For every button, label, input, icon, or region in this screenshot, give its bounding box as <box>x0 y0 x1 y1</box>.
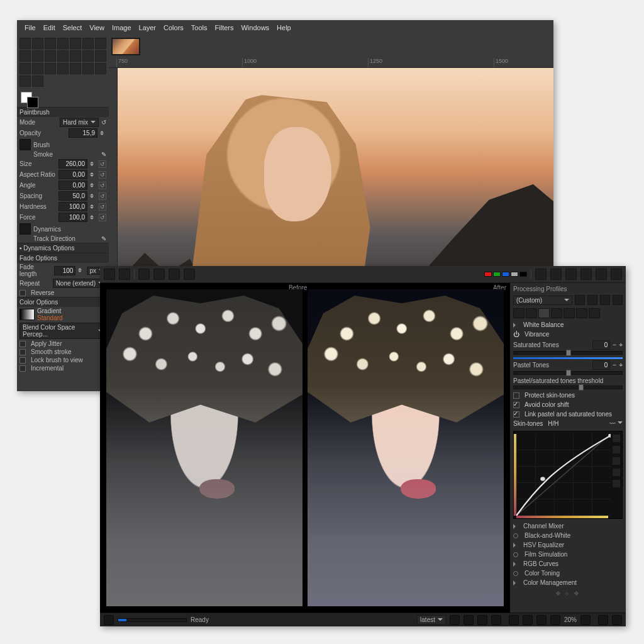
tool-icon[interactable] <box>19 75 31 87</box>
radio-icon[interactable] <box>513 552 518 557</box>
crop-tool-icon[interactable] <box>138 269 150 280</box>
queue-icon[interactable] <box>104 615 114 625</box>
gradient-thumb-icon[interactable] <box>19 309 35 320</box>
lockbrush-checkbox[interactable] <box>19 357 26 364</box>
section-film[interactable]: Film Simulation <box>525 551 567 558</box>
zoom-100-icon[interactable] <box>550 615 560 625</box>
expander-icon[interactable] <box>513 524 518 529</box>
hardness-value[interactable]: 100,0 <box>58 202 87 211</box>
radio-icon[interactable] <box>513 533 518 538</box>
repeat-dropdown[interactable]: None (extend) <box>53 279 106 288</box>
force-spinner[interactable] <box>90 213 96 222</box>
dynamics-edit-icon[interactable]: ✎ <box>101 235 106 242</box>
zoom-fit-icon[interactable] <box>536 615 547 625</box>
hand-tool-icon[interactable] <box>104 269 115 280</box>
profile-save-icon[interactable] <box>587 295 597 305</box>
brush-thumb-icon[interactable] <box>19 139 31 150</box>
curve-tool-icon[interactable] <box>612 479 621 488</box>
panel-toggle-icon[interactable] <box>612 615 622 625</box>
section-hsv[interactable]: HSV Equalizer <box>523 541 564 548</box>
menu-file[interactable]: File <box>21 23 40 33</box>
profile-load-icon[interactable] <box>575 295 585 305</box>
spacing-value[interactable]: 50,0 <box>58 191 87 201</box>
rotate-tool-icon[interactable] <box>169 269 180 280</box>
fg-bg-swatch[interactable] <box>17 89 109 107</box>
tool-icon[interactable] <box>57 50 69 62</box>
before-after-icon[interactable] <box>550 269 562 280</box>
menu-select[interactable]: Select <box>59 23 86 33</box>
size-spinner[interactable] <box>90 160 96 169</box>
avoid-shift-checkbox[interactable] <box>513 402 519 408</box>
curve-editor[interactable] <box>513 431 623 519</box>
pastel-slider[interactable] <box>513 371 623 375</box>
tool-icon[interactable] <box>19 50 31 62</box>
angle-reset-icon[interactable]: ↺ <box>99 182 106 189</box>
saturated-value[interactable]: 0 <box>592 340 610 350</box>
hardness-spinner[interactable] <box>90 203 96 211</box>
protect-skin-checkbox[interactable] <box>513 392 519 399</box>
section-channel-mixer[interactable]: Channel Mixer <box>523 523 564 530</box>
tool-icon[interactable] <box>82 50 94 62</box>
fade-length-value[interactable]: 100 <box>54 266 75 275</box>
tab-advanced-icon[interactable] <box>551 308 562 318</box>
tool-icon[interactable] <box>57 63 69 74</box>
fullscreen-icon[interactable] <box>598 615 608 625</box>
clip-indicator-swatches[interactable] <box>484 272 527 277</box>
force-value[interactable]: 100,0 <box>58 213 87 222</box>
tool-icon[interactable] <box>57 38 69 49</box>
opacity-value[interactable]: 15,9 <box>69 128 97 138</box>
force-reset-icon[interactable]: ↺ <box>99 214 106 221</box>
curve-tool-icon[interactable] <box>612 457 621 465</box>
menu-help[interactable]: Help <box>273 23 295 33</box>
white-balance-section[interactable]: White Balance <box>523 321 564 328</box>
tool-icon[interactable] <box>45 50 56 62</box>
straighten-tool-icon[interactable] <box>153 269 165 280</box>
tool-icon[interactable] <box>82 63 94 74</box>
pas-minus-icon[interactable]: − <box>613 362 616 369</box>
pas-plus-icon[interactable]: + <box>619 362 623 369</box>
spacing-spinner[interactable] <box>90 192 96 201</box>
curve-tool-icon[interactable] <box>612 468 621 477</box>
new-window-icon[interactable] <box>580 615 591 625</box>
menu-image[interactable]: Image <box>108 23 135 33</box>
menu-tools[interactable]: Tools <box>187 23 211 33</box>
jitter-checkbox[interactable] <box>19 341 26 347</box>
section-bw[interactable]: Black-and-White <box>525 532 570 539</box>
tab-color-icon[interactable] <box>538 308 550 318</box>
aspect-value[interactable]: 0,00 <box>58 170 87 179</box>
tool-icon[interactable] <box>32 38 43 49</box>
tool-icon[interactable] <box>32 50 43 62</box>
profile-copy-icon[interactable] <box>600 295 610 305</box>
perspective-tool-icon[interactable] <box>184 269 195 280</box>
expander-icon[interactable] <box>513 580 518 586</box>
nav-play-icon[interactable] <box>464 615 474 625</box>
nav-next-icon[interactable] <box>477 615 487 625</box>
threshold-slider[interactable] <box>513 386 623 389</box>
section-color-toning[interactable]: Color Toning <box>525 570 560 577</box>
tool-icon[interactable] <box>32 75 43 87</box>
tool-icon[interactable] <box>95 38 106 49</box>
rt-viewport[interactable]: Before After <box>100 283 510 613</box>
tool-icon[interactable] <box>45 63 56 74</box>
mode-reset-icon[interactable]: ↺ <box>101 119 106 126</box>
nav-prev-icon[interactable] <box>450 615 460 625</box>
saturated-slider[interactable] <box>513 351 623 355</box>
zoom-in-icon[interactable] <box>523 615 533 625</box>
tool-icon[interactable] <box>32 63 43 74</box>
section-rgb[interactable]: RGB Curves <box>523 560 558 567</box>
angle-value[interactable]: 0,00 <box>58 180 87 190</box>
picker-tool-icon[interactable] <box>119 269 130 280</box>
tool-icon[interactable] <box>70 38 81 49</box>
image-tab-thumbnail[interactable] <box>111 38 140 55</box>
curve-type-icon[interactable]: 〰 <box>609 420 623 427</box>
tab-exposure-icon[interactable] <box>513 308 525 318</box>
menu-edit[interactable]: Edit <box>40 23 59 33</box>
tab-detail-icon[interactable] <box>526 308 537 318</box>
nav-sync-icon[interactable] <box>491 615 501 625</box>
tool-icon[interactable] <box>70 50 81 62</box>
opacity-spinner[interactable] <box>100 129 106 138</box>
curve-tool-icon[interactable] <box>612 445 621 454</box>
section-color-mgmt[interactable]: Color Management <box>523 579 577 586</box>
size-value[interactable]: 260,00 <box>58 159 87 169</box>
radio-icon[interactable] <box>513 571 518 576</box>
